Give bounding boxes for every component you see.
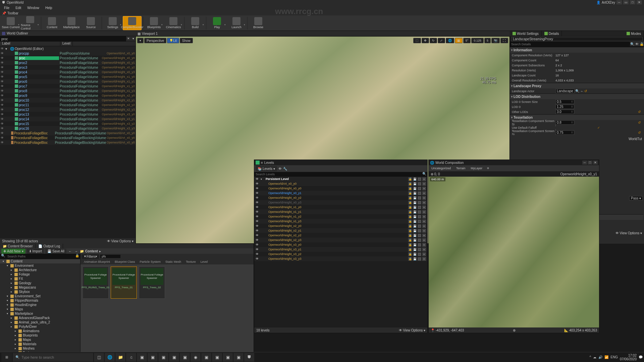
other-lods-input[interactable]: 3.0 <box>555 110 574 114</box>
filters-button[interactable]: ▼ Filters ▾ <box>82 254 99 259</box>
expand-icon[interactable]: ▸ <box>15 338 17 341</box>
color-icon[interactable]: ▪ <box>422 177 426 181</box>
visibility-icon[interactable]: 👁 <box>256 229 260 232</box>
tab-terrain[interactable]: Terrain <box>453 165 468 171</box>
kismet-icon[interactable]: ⬚ <box>418 182 421 186</box>
level-row[interactable]: 👁OpenworldHeight_x1_y1🔒💾⬚▪ <box>254 209 427 214</box>
level-row[interactable]: 👁OpenworldHeight_x1_y2🔒💾⬚▪ <box>254 214 427 219</box>
wc-close-button[interactable]: ✕ <box>593 161 598 165</box>
expand-icon[interactable]: ▸ <box>11 268 13 272</box>
visibility-icon[interactable]: 👁 <box>1 94 5 97</box>
lock-icon[interactable]: 🔒 <box>408 191 412 195</box>
tree-item[interactable]: ▸Animations <box>0 329 80 333</box>
outliner-row[interactable]: 👁ProceduralFoliageBlocProceduralFoliageB… <box>0 140 136 145</box>
lock-icon[interactable]: 🔒 <box>408 205 412 209</box>
blueprints-button[interactable]: Blueprints▾ <box>145 16 163 30</box>
outliner-row[interactable]: 👁proc13ProceduralFoliageVolumeOpenworldH… <box>0 112 136 117</box>
search-options-button[interactable]: ▾ <box>131 36 136 41</box>
outliner-row[interactable]: 👁procppPostProcessVolumeOpenworldArt_x0_… <box>0 51 136 56</box>
source-control-button[interactable]: Source Control▾ <box>21 16 40 30</box>
kismet-icon[interactable]: ⬚ <box>418 215 421 219</box>
tree-item[interactable]: ▸Blueprints <box>0 333 80 338</box>
outliner-row[interactable]: 👁proc15ProceduralFoliageVolumeOpenworldH… <box>0 121 136 126</box>
vp-coord-button[interactable]: 🌐 <box>446 38 454 43</box>
color-icon[interactable]: ▪ <box>422 234 426 237</box>
visibility-icon[interactable]: 👁 <box>1 131 4 135</box>
level-row[interactable]: 👁OpenworldHeight_x3_y0🔒💾⬚▪ <box>254 242 427 247</box>
add-new-button[interactable]: ✚ Add New ▾ <box>1 249 25 254</box>
kismet-icon[interactable]: ⬚ <box>418 177 421 181</box>
add-layer-button[interactable]: + <box>485 166 491 171</box>
vp-select-button[interactable]: ⬚ <box>413 38 421 43</box>
launch-button[interactable]: Launch▾ <box>227 16 246 30</box>
tray-expand-icon[interactable]: ^ <box>590 355 591 359</box>
tab-world-settings[interactable]: World Settings <box>510 31 542 36</box>
settings-button[interactable]: Settings▾ <box>103 16 122 30</box>
visibility-icon[interactable]: 👁 <box>256 215 260 218</box>
color-icon[interactable]: ▪ <box>422 229 426 233</box>
tree-item[interactable]: ▸Skybox <box>0 290 80 294</box>
outliner-row[interactable]: 👁proc5ProceduralFoliageVolumeOpenworldHe… <box>0 74 136 79</box>
expand-icon[interactable]: ▸ <box>11 282 13 285</box>
restore-button[interactable]: ▭ <box>623 0 629 4</box>
visibility-icon[interactable]: 👁 <box>256 257 260 260</box>
details-icon[interactable]: 🔧 <box>283 167 287 171</box>
kismet-icon[interactable]: ⬚ <box>418 220 421 223</box>
level-row[interactable]: 👁OpenworldHeight_x2_y3🔒💾⬚▪ <box>254 238 427 242</box>
visibility-icon[interactable]: 👁 <box>1 47 5 50</box>
visibility-icon[interactable]: 👁 <box>256 252 260 256</box>
expand-icon[interactable]: ▸ <box>15 343 17 346</box>
minimize-button[interactable]: ─ <box>616 0 622 4</box>
visibility-icon[interactable]: 👁 <box>1 122 5 125</box>
lock-icon[interactable]: 🔒 <box>408 201 412 204</box>
lock-icon[interactable]: 🔒 <box>408 234 412 237</box>
outliner-row[interactable]: 👁proc3ProceduralFoliageVolumeOpenworldHe… <box>0 65 136 70</box>
color-icon[interactable]: ▪ <box>422 248 426 251</box>
kismet-icon[interactable]: ⬚ <box>418 205 421 209</box>
persistent-level-row[interactable]: 👁 ▾ Persistent Level 🔒💾⬚▪ <box>254 177 427 181</box>
expand-icon[interactable]: ▸ <box>11 273 13 276</box>
kismet-icon[interactable]: ⬚ <box>418 248 421 251</box>
app-misc8[interactable]: ▣ <box>233 353 244 362</box>
vp-show-button[interactable]: Show <box>180 38 193 43</box>
use-icon[interactable]: ← <box>580 89 584 93</box>
menu-window[interactable]: Window <box>24 5 42 10</box>
expand-icon[interactable]: ▾ <box>7 264 9 267</box>
menu-edit[interactable]: Edit <box>13 5 24 10</box>
search-icon[interactable]: 🔍 <box>630 42 635 46</box>
view-options-button[interactable]: 👁 View Options ▾ <box>399 328 425 332</box>
save-icon[interactable]: 💾 <box>413 201 417 204</box>
visibility-icon[interactable]: 👁 <box>256 234 260 237</box>
world-comp-map[interactable]: 640.00 m <box>429 177 599 327</box>
save-icon[interactable]: 💾 <box>413 238 417 242</box>
lock-icon[interactable]: 🔒 <box>408 182 412 186</box>
visibility-icon[interactable]: 👁 <box>1 141 4 144</box>
visibility-icon[interactable]: 👁 <box>1 113 5 116</box>
asset-tile[interactable]: Procedural Foliage SpawnerPFS_Trees_02 <box>139 266 165 299</box>
app-unreal[interactable]: ⛊ <box>244 353 254 362</box>
asset-tile[interactable]: Procedural Foliage SpawnerPFS_RUINS_Tree… <box>83 266 109 299</box>
menu-help[interactable]: Help <box>43 5 55 10</box>
pin-icon[interactable]: 📌 <box>2 11 6 15</box>
visibility-icon[interactable]: 👁 <box>1 127 5 130</box>
lock-icon[interactable]: 🔒 <box>74 254 80 259</box>
save-icon[interactable]: 💾 <box>413 191 417 195</box>
save-icon[interactable]: 💾 <box>413 224 417 228</box>
visibility-icon[interactable]: 👁 <box>1 108 5 111</box>
visibility-icon[interactable]: 👁 <box>1 52 5 55</box>
filter-texture[interactable]: Texture <box>184 260 198 263</box>
outliner-row[interactable]: 👁proc8ProceduralFoliageVolumeOpenworldHe… <box>0 88 136 93</box>
reset-button[interactable]: ↺ <box>638 110 642 114</box>
level-row[interactable]: 👁OpenworldHeight_x2_y1🔒💾⬚▪ <box>254 228 427 233</box>
lock-icon[interactable]: 🔒 <box>408 252 412 256</box>
vp-snap-cam[interactable]: 5 <box>484 38 491 43</box>
expand-icon[interactable]: ▸ <box>15 329 17 333</box>
vp-scale-button[interactable]: ⤢ <box>438 38 445 43</box>
lock-icon[interactable]: 🔒 <box>408 257 412 261</box>
levels-dropdown[interactable]: 📚 Levels ▾ <box>256 166 277 171</box>
reset-button[interactable]: ↺ <box>638 131 642 134</box>
visibility-icon[interactable]: 👁 <box>256 248 260 251</box>
save-current-button[interactable]: Save Current▾ <box>1 16 20 30</box>
color-icon[interactable]: ▪ <box>422 215 426 219</box>
outliner-row[interactable]: 👁proc10ProceduralFoliageVolumeOpenworldH… <box>0 98 136 103</box>
